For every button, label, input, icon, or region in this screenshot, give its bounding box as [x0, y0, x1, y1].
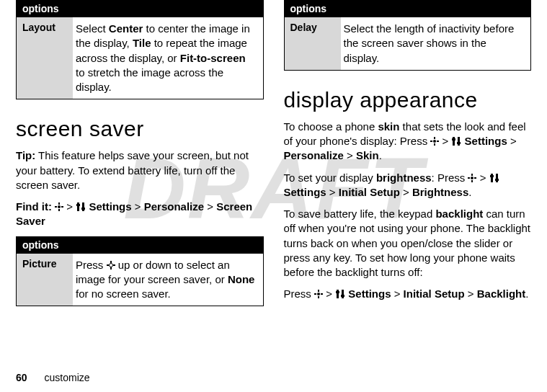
svg-rect-32: [318, 290, 319, 292]
table-row: Layout Select Center to center the image…: [17, 17, 263, 99]
svg-rect-10: [110, 267, 112, 270]
heading-display-appearance: display appearance: [284, 88, 532, 112]
footer-section: customize: [45, 372, 90, 383]
svg-rect-1: [58, 209, 60, 211]
svg-rect-5: [77, 202, 79, 211]
options-header: options: [285, 1, 531, 17]
path-personalize: Personalize: [284, 149, 344, 161]
chevron-icon: >: [326, 288, 332, 300]
option-center: Center: [109, 22, 143, 35]
find-it-paragraph: Find it: > Settings > Personalize > Scre…: [16, 200, 264, 229]
right-column: options Delay Select the length of inact…: [284, 0, 532, 319]
svg-point-27: [471, 177, 473, 179]
svg-rect-31: [495, 179, 499, 181]
text: to stretch the image across the display.: [76, 66, 223, 93]
svg-rect-38: [342, 290, 344, 298]
option-tile: Tile: [133, 37, 151, 49]
settings-icon: [489, 173, 499, 183]
backlight-paragraph: To save battery life, the keypad backlig…: [284, 207, 532, 280]
svg-rect-19: [453, 137, 455, 146]
svg-rect-14: [434, 137, 435, 139]
path-backlight: Backlight: [477, 288, 526, 300]
option-fit: Fit-to-screen: [180, 52, 246, 64]
tip-text: This feature helps save your screen, but…: [16, 149, 249, 191]
svg-rect-40: [341, 295, 344, 297]
text: .: [525, 288, 528, 300]
svg-rect-37: [337, 290, 339, 298]
svg-rect-22: [457, 142, 461, 144]
svg-point-36: [317, 293, 320, 295]
svg-point-4: [58, 205, 61, 208]
option-label-picture: Picture: [17, 254, 73, 306]
path-settings: Settings: [284, 186, 326, 198]
path-settings: Settings: [348, 288, 391, 300]
svg-rect-35: [321, 293, 323, 295]
text: : Press: [432, 172, 468, 184]
left-column: options Layout Select Center to center t…: [16, 0, 264, 319]
svg-rect-0: [58, 202, 60, 205]
options-table-picture: options Picture Press up or down to sele…: [16, 236, 264, 307]
heading-screen-saver: screen saver: [16, 117, 264, 141]
path-brightness: Brightness: [412, 186, 468, 198]
option-body-delay: Select the length of inactivity before t…: [341, 17, 531, 70]
table-row: Picture Press up or down to select an im…: [17, 253, 263, 306]
page-number: 60: [16, 372, 27, 383]
backlight-bold: backlight: [435, 208, 483, 220]
brightness-paragraph: To set your display brightness: Press > …: [284, 171, 532, 200]
path-initial-setup: Initial Setup: [339, 186, 400, 198]
chevron-icon: >: [510, 135, 517, 147]
svg-rect-3: [61, 206, 63, 208]
option-body-layout: Select Center to center the image in the…: [73, 17, 263, 99]
chevron-icon: >: [468, 288, 474, 300]
svg-rect-24: [471, 180, 473, 182]
skin-bold: skin: [378, 120, 399, 133]
path-initial-setup: Initial Setup: [404, 288, 465, 300]
page-columns: options Layout Select Center to center t…: [16, 0, 531, 319]
tip-paragraph: Tip: This feature helps save your screen…: [16, 148, 264, 192]
brightness-bold: brightness: [376, 172, 432, 184]
table-row: Delay Select the length of inactivity be…: [285, 17, 531, 70]
svg-rect-33: [318, 296, 319, 298]
svg-rect-30: [490, 175, 494, 177]
options-table-layout: options Layout Select Center to center t…: [16, 0, 264, 99]
options-header: options: [17, 1, 263, 17]
settings-icon: [335, 289, 345, 299]
svg-rect-16: [430, 141, 432, 142]
svg-rect-20: [458, 137, 460, 146]
svg-rect-11: [107, 264, 109, 266]
path-skin: Skin: [356, 149, 379, 161]
option-label-delay: Delay: [285, 17, 341, 70]
text: To save battery life, the keypad: [284, 208, 436, 220]
backlight-path-paragraph: Press > Settings > Initial Setup > Backl…: [284, 287, 532, 301]
chevron-icon: >: [394, 288, 401, 300]
text: Press: [284, 288, 315, 300]
chevron-icon: >: [66, 200, 73, 213]
chevron-icon: >: [329, 186, 336, 198]
svg-rect-26: [474, 177, 476, 179]
svg-rect-7: [76, 204, 80, 206]
svg-point-18: [433, 140, 436, 143]
chevron-icon: >: [480, 172, 486, 184]
find-it-label: Find it:: [16, 200, 55, 213]
text: To set your display: [284, 172, 376, 184]
center-key-icon: [55, 202, 63, 211]
text: To choose a phone: [284, 120, 378, 133]
svg-rect-23: [471, 174, 473, 176]
text: .: [379, 149, 382, 161]
skin-paragraph: To choose a phone skin that sets the loo…: [284, 120, 532, 164]
text: for no screen saver.: [76, 288, 171, 300]
svg-rect-9: [110, 261, 112, 263]
chevron-icon: >: [442, 135, 448, 147]
svg-rect-17: [437, 141, 439, 142]
chevron-icon: >: [403, 186, 409, 198]
options-table-delay: options Delay Select the length of inact…: [284, 0, 532, 71]
text: Select: [76, 22, 109, 35]
center-key-icon: [468, 174, 476, 182]
chevron-icon: >: [135, 200, 141, 213]
option-body-picture: Press up or down to select an image for …: [73, 254, 263, 306]
svg-rect-39: [336, 291, 339, 293]
svg-rect-6: [82, 202, 84, 211]
settings-icon: [76, 202, 86, 212]
chevron-icon: >: [207, 200, 213, 213]
options-header: options: [17, 237, 263, 253]
